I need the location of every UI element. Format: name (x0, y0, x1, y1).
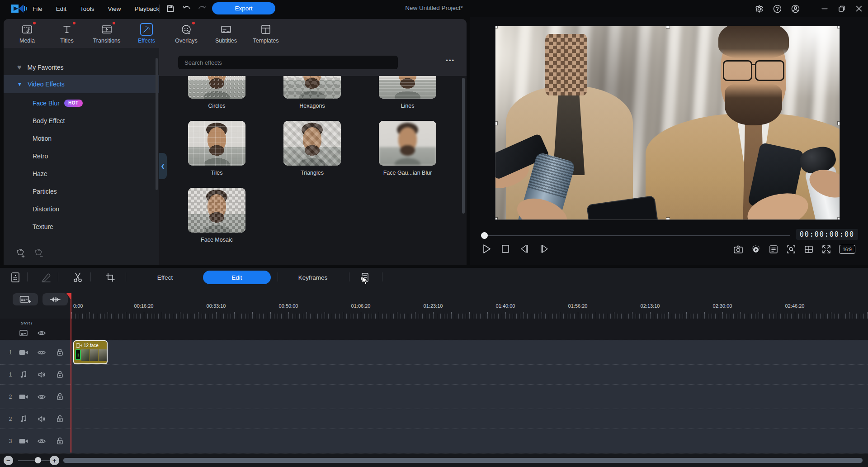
effect-card[interactable]: Lines (379, 76, 436, 109)
account-icon[interactable] (790, 4, 800, 14)
camera-snapshot-icon[interactable] (733, 244, 743, 254)
video-track-row[interactable]: 3 (0, 429, 868, 453)
restore-button[interactable] (836, 3, 847, 14)
help-icon[interactable] (772, 4, 782, 14)
designer-pen-icon[interactable] (41, 272, 52, 283)
sidebar-item[interactable]: Haze (4, 165, 159, 182)
audio-track-row[interactable]: 2 (0, 409, 868, 429)
tab-overlays[interactable]: Overlays (166, 20, 206, 47)
menu-item[interactable]: View (108, 5, 121, 12)
save-icon[interactable] (165, 4, 175, 14)
zoom-slider-handle[interactable] (35, 457, 41, 463)
video-track-row[interactable]: 1 (0, 340, 868, 365)
menu-item[interactable]: Tools (80, 5, 94, 12)
selection-handle[interactable] (838, 218, 840, 219)
stop-button[interactable] (501, 243, 510, 254)
sidebar-item[interactable]: Motion (4, 129, 159, 147)
selection-handle[interactable] (838, 122, 840, 125)
lock-icon[interactable] (55, 392, 64, 401)
seek-handle[interactable] (481, 232, 488, 239)
aspect-ratio-button[interactable]: 16:9 (839, 245, 855, 254)
play-button[interactable] (482, 243, 492, 254)
effect-card[interactable]: Face Mosaic (188, 188, 245, 243)
tab-effects[interactable]: Effects (127, 20, 166, 47)
previous-frame-button[interactable] (519, 243, 530, 254)
timeline-ruler[interactable]: 0:0000:16:2000:33:1000:50:0001:06:2001:2… (68, 303, 868, 310)
selection-handle[interactable] (495, 122, 497, 125)
menu-item[interactable]: Playback (135, 5, 160, 12)
eye-icon[interactable] (37, 348, 46, 357)
tab-edit[interactable]: Edit (203, 271, 271, 284)
add-subtitle-track-button[interactable] (13, 293, 38, 305)
effect-card[interactable]: Face Gau...ian Blur (379, 121, 436, 176)
selection-handle[interactable] (495, 218, 497, 219)
sidebar-category-video-effects[interactable]: ▼ Video Effects (4, 75, 159, 93)
timeline-horizontal-scrollbar[interactable] (63, 458, 863, 463)
split-marker-button[interactable] (42, 293, 68, 305)
sidebar-item[interactable]: Distortion (4, 200, 159, 218)
search-input[interactable] (178, 56, 398, 69)
close-button[interactable] (854, 3, 864, 14)
crop-icon[interactable] (105, 272, 116, 283)
zoom-out-button[interactable]: − (4, 456, 13, 465)
tab-keyframes[interactable]: Keyframes (279, 271, 347, 284)
effect-card[interactable]: Tiles (188, 121, 245, 176)
selection-handle[interactable] (666, 26, 670, 28)
selection-handle[interactable] (838, 26, 840, 28)
settings-gear-icon[interactable] (754, 4, 764, 14)
menu-item[interactable]: File (33, 5, 42, 12)
seek-bar[interactable] (485, 235, 790, 236)
sidebar-item-my-favorites[interactable]: ♥ My Favorites (4, 60, 159, 75)
redo-icon[interactable] (197, 4, 207, 14)
speaker-icon[interactable] (37, 370, 46, 379)
remove-tag-icon[interactable] (33, 248, 44, 258)
eye-icon[interactable] (37, 437, 46, 446)
sidebar-item[interactable]: Face Blur HOT (4, 94, 159, 112)
track-manager-icon[interactable] (10, 272, 21, 283)
sidebar-item[interactable]: Particles (4, 182, 159, 200)
menu-item[interactable]: Edit (56, 5, 66, 12)
more-options-icon[interactable]: ••• (446, 57, 455, 64)
timeline-clip[interactable]: 12.face i (73, 340, 108, 364)
tab-titles[interactable]: Titles (47, 20, 87, 47)
audio-track-row[interactable]: 1 (0, 365, 868, 385)
preview-video[interactable] (495, 26, 840, 219)
effect-card[interactable]: Circles (188, 76, 245, 109)
selection-handle[interactable] (666, 218, 670, 219)
eye-icon[interactable] (37, 392, 46, 401)
split-scissors-icon[interactable] (72, 272, 83, 283)
render-preview-icon[interactable] (751, 244, 761, 254)
lock-icon[interactable] (55, 370, 64, 379)
export-button[interactable]: Export (212, 2, 275, 14)
playhead[interactable] (71, 293, 71, 453)
split-view-icon[interactable] (804, 244, 814, 254)
tab-effect[interactable]: Effect (131, 271, 199, 284)
sidebar-scrollbar[interactable] (156, 58, 158, 190)
video-track-row[interactable]: 2 (0, 385, 868, 409)
sidebar-item[interactable]: Body Effect (4, 112, 159, 129)
tab-media[interactable]: Media (7, 20, 47, 47)
selection-handle[interactable] (495, 26, 497, 28)
add-tag-icon[interactable] (15, 248, 26, 258)
chapter-list-icon[interactable] (769, 244, 778, 254)
svrt-track-row[interactable]: SVRT (0, 319, 868, 340)
zoom-tool-icon[interactable] (786, 244, 796, 254)
collapse-sidebar-button[interactable]: ❮ (159, 153, 167, 179)
tab-subtitles[interactable]: Subtitles (206, 20, 246, 47)
sidebar-item[interactable]: Retro (4, 147, 159, 165)
undo-icon[interactable] (182, 4, 192, 14)
lock-icon[interactable] (55, 348, 64, 357)
effects-scrollbar[interactable] (462, 78, 465, 214)
minimize-button[interactable] (819, 3, 830, 14)
next-frame-button[interactable] (539, 243, 550, 254)
effect-card[interactable]: Hexagons (283, 76, 341, 109)
lock-icon[interactable] (55, 437, 64, 446)
tab-templates[interactable]: Templates (246, 20, 286, 47)
speaker-icon[interactable] (37, 415, 46, 424)
tab-transitions[interactable]: Transitions (87, 20, 127, 47)
sidebar-item[interactable]: Texture (4, 218, 159, 235)
effect-card[interactable]: Triangles (283, 121, 341, 176)
eye-icon[interactable] (37, 329, 46, 338)
fullscreen-icon[interactable] (821, 244, 831, 254)
zoom-in-button[interactable]: + (50, 456, 59, 465)
